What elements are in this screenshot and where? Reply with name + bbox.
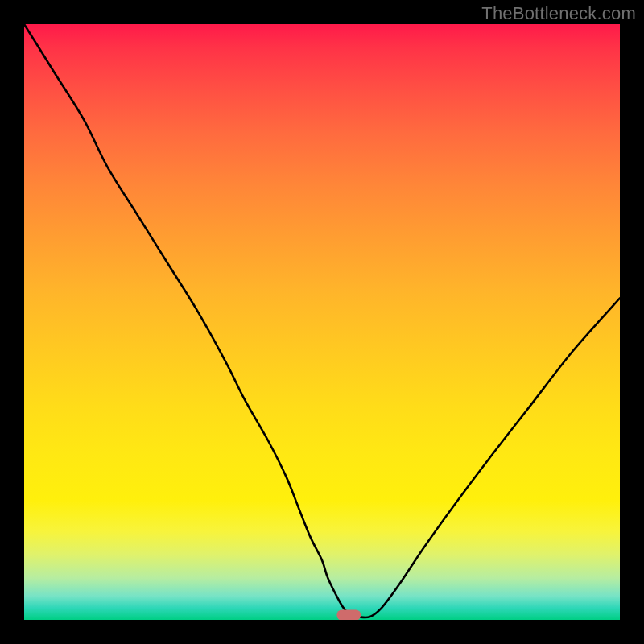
curve-layer bbox=[24, 24, 620, 620]
bottleneck-curve bbox=[24, 24, 620, 617]
chart-frame: TheBottleneck.com bbox=[0, 0, 644, 644]
watermark-text: TheBottleneck.com bbox=[481, 3, 636, 24]
plot-area bbox=[24, 24, 620, 620]
optimum-marker bbox=[337, 610, 361, 620]
